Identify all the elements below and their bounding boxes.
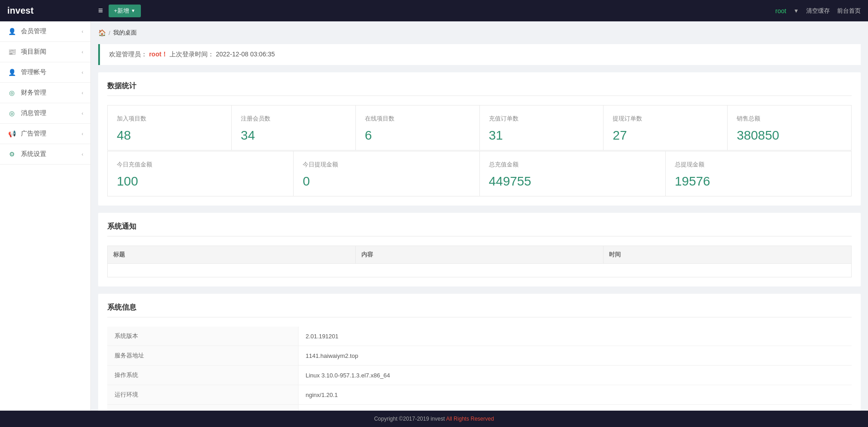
- stat-value: 0: [303, 174, 470, 189]
- stat-value: 6: [365, 128, 470, 143]
- sysinfo-value: Linux 3.10.0-957.1.3.el7.x86_64: [298, 366, 852, 385]
- sysinfo-value: nginx/1.20.1: [298, 385, 852, 405]
- stat-label: 今日提现金额: [303, 161, 470, 169]
- sidebar-label-accounts: 管理帐号: [21, 68, 82, 76]
- stat-value: 449755: [489, 174, 656, 189]
- stat-value: 380850: [737, 128, 842, 143]
- home-link[interactable]: 前台首页: [837, 7, 861, 15]
- stats-section: 数据统计 加入项目数 48注册会员数 34在线项目数 6充值订单数 31提现订单…: [98, 72, 861, 206]
- sysinfo-value: 2.01.191201: [298, 327, 852, 346]
- sidebar-arrow-settings: ‹: [82, 152, 83, 157]
- stat-item: 提现订单数 27: [604, 105, 727, 150]
- sysinfo-label: 运行环境: [107, 385, 298, 405]
- app-logo: invest: [7, 5, 98, 16]
- welcome-username: root！: [149, 50, 168, 58]
- stats-grid-row2: 今日充值金额 100今日提现金额 0总充值金额 449755总提现金额 1957…: [107, 151, 852, 196]
- sidebar-label-messages: 消息管理: [21, 109, 82, 117]
- welcome-panel: 欢迎管理员： root！ 上次登录时间： 2022-12-08 03:06:35: [98, 44, 861, 65]
- stat-item: 今日充值金额 100: [108, 151, 293, 196]
- home-icon[interactable]: 🏠: [98, 29, 106, 36]
- sidebar-arrow-news: ‹: [82, 50, 83, 55]
- notification-empty-row: [108, 264, 852, 277]
- clear-cache-link[interactable]: 清空缓存: [806, 7, 830, 15]
- stat-label: 提现订单数: [613, 115, 718, 123]
- sidebar-label-members: 会员管理: [21, 27, 82, 35]
- sidebar-arrow-accounts: ‹: [82, 70, 83, 75]
- stat-label: 今日充值金额: [117, 161, 284, 169]
- stat-label: 加入项目数: [117, 115, 222, 123]
- sidebar: 👤 会员管理 ‹ 📰 项目新闻 ‹ 👤 管理帐号 ‹ ◎ 财务管理 ‹ ◎ 消息…: [0, 21, 91, 411]
- sidebar-arrow-members: ‹: [82, 29, 83, 34]
- menu-toggle-icon[interactable]: ≡: [98, 6, 103, 15]
- stat-label: 注册会员数: [241, 115, 346, 123]
- notification-table: 标题内容时间: [107, 246, 852, 277]
- sysinfo-label: 操作系统: [107, 366, 298, 385]
- notification-col-header: 时间: [604, 246, 852, 264]
- member-icon: 👤: [7, 27, 16, 36]
- sysinfo-section: 系统信息 系统版本 2.01.191201服务器地址 1141.haiwaiym…: [98, 294, 861, 427]
- ads-icon: 📢: [7, 129, 16, 138]
- sysinfo-row: 系统版本 2.01.191201: [107, 327, 852, 346]
- sidebar-item-finance[interactable]: ◎ 财务管理 ‹: [0, 83, 90, 103]
- notification-title: 系统通知: [107, 222, 852, 236]
- stat-value: 19576: [675, 174, 842, 189]
- breadcrumb: 🏠 / 我的桌面: [98, 29, 861, 37]
- user-dropdown-icon[interactable]: ▼: [793, 8, 799, 14]
- stat-value: 27: [613, 128, 718, 143]
- sidebar-item-members[interactable]: 👤 会员管理 ‹: [0, 21, 90, 42]
- footer-text: Copyright ©2017-2019 invest All Rights R…: [374, 416, 494, 422]
- sidebar-arrow-ads: ‹: [82, 131, 83, 136]
- stats-title: 数据统计: [107, 81, 852, 96]
- stat-value: 31: [489, 128, 594, 143]
- settings-icon: ⚙: [7, 150, 16, 159]
- footer-highlight: All Rights Reserved: [446, 416, 494, 422]
- stats-grid-row1: 加入项目数 48注册会员数 34在线项目数 6充值订单数 31提现订单数 27销…: [107, 105, 852, 151]
- stat-item: 在线项目数 6: [356, 105, 479, 150]
- stat-label: 总充值金额: [489, 161, 656, 169]
- sidebar-item-ads[interactable]: 📢 广告管理 ‹: [0, 124, 90, 144]
- notification-col-header: 标题: [108, 246, 356, 264]
- sidebar-item-settings[interactable]: ⚙ 系统设置 ‹: [0, 144, 90, 165]
- user-label[interactable]: root: [775, 7, 786, 15]
- stat-label: 销售总额: [737, 115, 842, 123]
- sidebar-label-settings: 系统设置: [21, 150, 82, 158]
- sidebar-label-ads: 广告管理: [21, 130, 82, 138]
- sidebar-label-finance: 财务管理: [21, 89, 82, 97]
- add-new-button[interactable]: +新增 ▼: [109, 5, 141, 17]
- top-navigation: invest ≡ +新增 ▼ root ▼ 清空缓存 前台首页: [0, 0, 868, 21]
- main-content: 🏠 / 我的桌面 欢迎管理员： root！ 上次登录时间： 2022-12-08…: [91, 21, 868, 427]
- welcome-prefix: 欢迎管理员：: [109, 50, 147, 58]
- right-actions: root ▼ 清空缓存 前台首页: [775, 7, 861, 15]
- stat-item: 总充值金额 449755: [480, 151, 665, 196]
- accounts-icon: 👤: [7, 68, 16, 77]
- sidebar-arrow-messages: ‹: [82, 111, 83, 116]
- welcome-time-prefix: 上次登录时间：: [170, 50, 214, 58]
- sysinfo-label: 服务器地址: [107, 346, 298, 366]
- breadcrumb-separator: /: [109, 30, 110, 36]
- stat-item: 加入项目数 48: [108, 105, 231, 150]
- sidebar-item-news[interactable]: 📰 项目新闻 ‹: [0, 42, 90, 62]
- breadcrumb-current: 我的桌面: [113, 29, 137, 37]
- stat-item: 销售总额 380850: [728, 105, 851, 150]
- sidebar-arrow-finance: ‹: [82, 90, 83, 95]
- sidebar-item-messages[interactable]: ◎ 消息管理 ‹: [0, 103, 90, 124]
- stat-label: 充值订单数: [489, 115, 594, 123]
- stat-label: 总提现金额: [675, 161, 842, 169]
- notification-col-header: 内容: [355, 246, 604, 264]
- notification-section: 系统通知 标题内容时间: [98, 213, 861, 286]
- stat-value: 34: [241, 128, 346, 143]
- stat-item: 今日提现金额 0: [294, 151, 479, 196]
- sysinfo-row: 运行环境 nginx/1.20.1: [107, 385, 852, 405]
- footer: Copyright ©2017-2019 invest All Rights R…: [0, 411, 868, 427]
- stat-item: 总提现金额 19576: [666, 151, 851, 196]
- sidebar-item-accounts[interactable]: 👤 管理帐号 ‹: [0, 62, 90, 83]
- sysinfo-title: 系统信息: [107, 303, 852, 317]
- sysinfo-label: 系统版本: [107, 327, 298, 346]
- stat-item: 注册会员数 34: [232, 105, 355, 150]
- finance-icon: ◎: [7, 88, 16, 97]
- news-icon: 📰: [7, 47, 16, 56]
- sidebar-label-news: 项目新闻: [21, 48, 82, 56]
- stat-value: 100: [117, 174, 284, 189]
- main-layout: 👤 会员管理 ‹ 📰 项目新闻 ‹ 👤 管理帐号 ‹ ◎ 财务管理 ‹ ◎ 消息…: [0, 21, 868, 427]
- messages-icon: ◎: [7, 109, 16, 118]
